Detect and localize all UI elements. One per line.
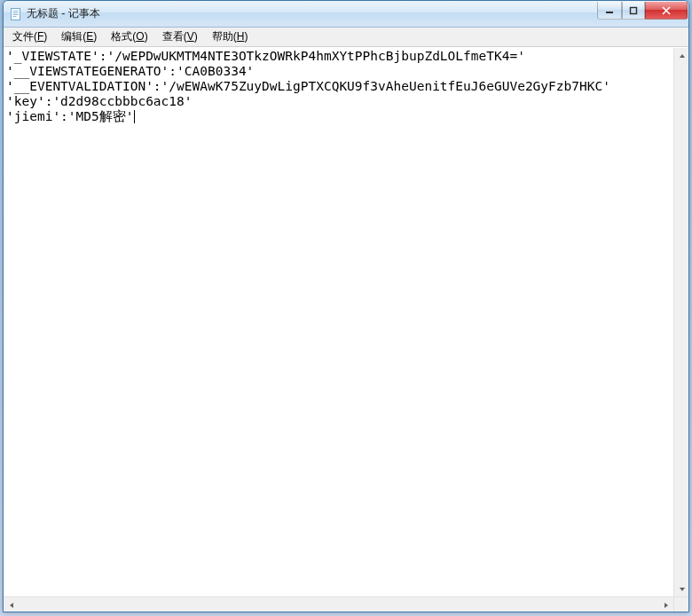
- chevron-down-icon: [679, 586, 686, 593]
- text-line: '__VIEWSTATEGENERATO':'CA0B0334': [6, 64, 254, 78]
- chevron-left-icon: [8, 602, 15, 609]
- minimize-icon: [605, 6, 614, 15]
- chevron-up-icon: [679, 52, 686, 59]
- text-line: '__EVENTVALIDATION':'/wEWAwK75ZuyDwLigPT…: [6, 79, 610, 93]
- scroll-right-button[interactable]: [658, 597, 673, 612]
- menu-view[interactable]: 查看(V): [155, 28, 205, 46]
- text-caret: [134, 110, 135, 123]
- notepad-icon: [9, 7, 23, 21]
- window-title: 无标题 - 记事本: [27, 6, 688, 21]
- svg-marker-11: [10, 603, 13, 608]
- text-line: '_VIEWSTATE':'/wEPDwUKMTM4NTE3OTkzOWRkP4…: [6, 49, 525, 63]
- scroll-up-button[interactable]: [674, 48, 689, 63]
- svg-marker-10: [680, 588, 685, 591]
- svg-marker-12: [664, 603, 668, 608]
- horizontal-scroll-track[interactable]: [19, 597, 658, 612]
- scroll-down-button[interactable]: [674, 581, 689, 596]
- menubar: 文件(F) 编辑(E) 格式(O) 查看(V) 帮助(H): [4, 28, 688, 47]
- vertical-scroll-track[interactable]: [674, 63, 688, 581]
- menu-format[interactable]: 格式(O): [104, 28, 154, 46]
- notepad-window: 无标题 - 记事本 文件(F) 编辑(E) 格式(O) 查看(V) 帮助(H) …: [3, 0, 689, 612]
- svg-rect-5: [606, 12, 613, 13]
- titlebar[interactable]: 无标题 - 记事本: [4, 1, 688, 28]
- vertical-scrollbar[interactable]: [673, 48, 688, 596]
- maximize-button[interactable]: [622, 2, 645, 20]
- horizontal-scrollbar[interactable]: [4, 596, 673, 612]
- menu-file[interactable]: 文件(F): [5, 28, 54, 46]
- minimize-button[interactable]: [597, 2, 622, 20]
- menu-help[interactable]: 帮助(H): [205, 28, 256, 46]
- close-button[interactable]: [645, 2, 688, 20]
- window-controls: [597, 2, 688, 20]
- svg-marker-9: [680, 54, 685, 58]
- chevron-right-icon: [663, 602, 670, 609]
- text-line: 'jiemi':'MD5解密': [6, 109, 134, 123]
- scroll-left-button[interactable]: [4, 597, 19, 612]
- maximize-icon: [629, 6, 638, 15]
- menu-edit[interactable]: 编辑(E): [54, 28, 104, 46]
- svg-rect-6: [631, 7, 637, 13]
- close-icon: [661, 6, 672, 15]
- text-line: 'key':'d2d98ccbbbc6ac18': [6, 94, 193, 108]
- editor-area: '_VIEWSTATE':'/wEPDwUKMTM4NTE3OTkzOWRkP4…: [4, 47, 688, 612]
- text-editor[interactable]: '_VIEWSTATE':'/wEPDwUKMTM4NTE3OTkzOWRkP4…: [4, 48, 673, 596]
- scroll-corner: [673, 596, 688, 612]
